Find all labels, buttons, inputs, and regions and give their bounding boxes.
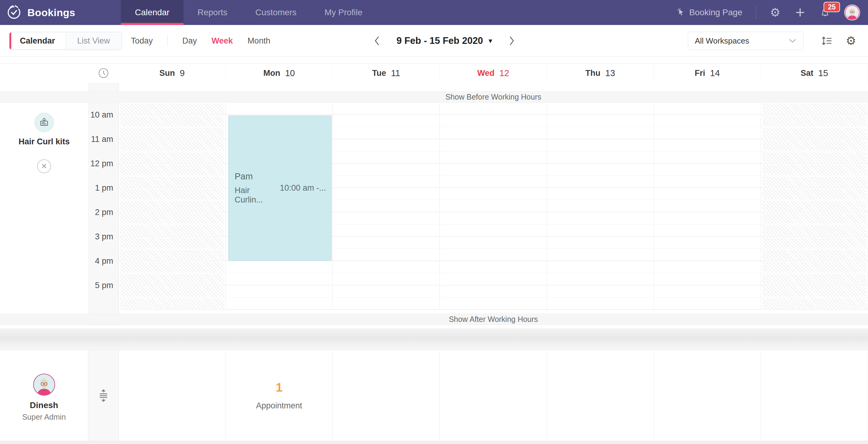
time-slot[interactable]: [440, 139, 547, 151]
time-slot[interactable]: [119, 115, 225, 127]
time-slot[interactable]: [547, 176, 654, 188]
time-slot[interactable]: [761, 212, 868, 225]
time-slot[interactable]: [440, 164, 547, 176]
day-header-mon[interactable]: Mon10: [226, 63, 333, 83]
calendar-settings-gear-icon[interactable]: ⚙: [845, 35, 857, 47]
day-header-tue[interactable]: Tue11: [333, 63, 440, 83]
mode-day[interactable]: Day: [182, 36, 197, 46]
time-slot[interactable]: [226, 298, 333, 310]
time-slot[interactable]: [761, 188, 868, 200]
time-slot[interactable]: [761, 151, 868, 164]
tab-customers[interactable]: Customers: [241, 0, 310, 25]
time-slot[interactable]: [654, 273, 761, 285]
time-slot[interactable]: [333, 139, 439, 151]
time-slot[interactable]: [333, 249, 439, 261]
time-slot[interactable]: [654, 164, 761, 176]
time-slot[interactable]: [547, 188, 654, 200]
brand[interactable]: Bookings: [0, 0, 75, 25]
time-slot[interactable]: [761, 273, 868, 285]
time-slot[interactable]: [226, 273, 333, 285]
time-slot[interactable]: [333, 298, 439, 310]
summary-column-thu[interactable]: [547, 350, 654, 441]
time-slot[interactable]: [333, 212, 439, 225]
user-avatar[interactable]: [844, 5, 860, 21]
time-slot[interactable]: [654, 127, 761, 139]
time-slot[interactable]: [333, 225, 439, 237]
time-slot[interactable]: [654, 188, 761, 200]
time-slot[interactable]: [440, 212, 547, 225]
time-slot[interactable]: [547, 285, 654, 298]
time-slot[interactable]: [226, 285, 333, 298]
day-column-sat[interactable]: [761, 102, 868, 310]
next-week-chevron[interactable]: [505, 35, 518, 47]
time-slot[interactable]: [440, 102, 547, 115]
time-slot[interactable]: [440, 225, 547, 237]
time-slot[interactable]: [547, 139, 654, 151]
day-column-thu[interactable]: [547, 102, 654, 310]
summary-column-wed[interactable]: [440, 350, 547, 441]
settings-gear-icon[interactable]: ⚙: [769, 7, 781, 18]
time-slot[interactable]: [547, 115, 654, 127]
time-slot[interactable]: [761, 249, 868, 261]
panel-resize-handle[interactable]: [88, 350, 119, 441]
time-slot[interactable]: [333, 176, 439, 188]
time-slot[interactable]: [333, 164, 439, 176]
time-slot[interactable]: [654, 212, 761, 225]
date-range-picker[interactable]: 9 Feb - 15 Feb 2020 ▾: [397, 35, 492, 46]
time-slot[interactable]: [333, 237, 439, 249]
time-slot[interactable]: [333, 261, 439, 273]
time-slot[interactable]: [654, 261, 761, 273]
time-slot[interactable]: [547, 237, 654, 249]
time-slot[interactable]: [761, 200, 868, 212]
show-after-working-hours-toggle[interactable]: Show After Working Hours: [0, 314, 868, 325]
time-slot[interactable]: [119, 237, 225, 249]
time-slot[interactable]: [226, 261, 333, 273]
booking-page-button[interactable]: Booking Page: [677, 8, 742, 17]
view-toggle-calendar[interactable]: Calendar: [9, 32, 65, 49]
day-header-fri[interactable]: Fri14: [654, 63, 761, 83]
time-slot[interactable]: [547, 164, 654, 176]
day-header-wed[interactable]: Wed12: [440, 63, 547, 83]
time-slot[interactable]: [440, 298, 547, 310]
time-slot[interactable]: [440, 188, 547, 200]
time-slot[interactable]: [226, 102, 333, 115]
time-slot[interactable]: [440, 249, 547, 261]
view-toggle-list[interactable]: List View: [65, 32, 121, 49]
day-column-sun[interactable]: [119, 102, 226, 310]
time-slot[interactable]: [119, 273, 225, 285]
time-slot[interactable]: [547, 212, 654, 225]
time-slot[interactable]: [333, 102, 439, 115]
time-slot[interactable]: [761, 176, 868, 188]
summary-column-fri[interactable]: [654, 350, 761, 441]
day-column-wed[interactable]: [440, 102, 547, 310]
time-slot[interactable]: [440, 273, 547, 285]
time-slot[interactable]: [654, 237, 761, 249]
time-slot[interactable]: [761, 225, 868, 237]
time-slot[interactable]: [761, 164, 868, 176]
time-slot[interactable]: [440, 285, 547, 298]
time-slot[interactable]: [761, 261, 868, 273]
time-slot[interactable]: [761, 298, 868, 310]
time-slot[interactable]: [654, 139, 761, 151]
time-slot[interactable]: [119, 102, 225, 115]
time-slot[interactable]: [761, 127, 868, 139]
time-slot[interactable]: [654, 298, 761, 310]
time-slot[interactable]: [119, 225, 225, 237]
time-slot[interactable]: [654, 102, 761, 115]
day-column-fri[interactable]: [654, 102, 761, 310]
staff-avatar[interactable]: [33, 374, 55, 395]
row-height-sort-icon[interactable]: [820, 35, 833, 47]
tab-calendar[interactable]: Calendar: [121, 0, 184, 25]
time-slot[interactable]: [119, 200, 225, 212]
remove-service-filter-button[interactable]: ✕: [37, 159, 51, 173]
time-slot[interactable]: [761, 115, 868, 127]
time-slot[interactable]: [654, 285, 761, 298]
time-slot[interactable]: [761, 102, 868, 115]
time-slot[interactable]: [333, 115, 439, 127]
day-column-tue[interactable]: [333, 102, 440, 310]
time-slot[interactable]: [333, 285, 439, 298]
mode-today[interactable]: Today: [131, 36, 153, 46]
summary-column-sun[interactable]: [119, 350, 226, 441]
service-avatar[interactable]: [34, 113, 54, 132]
add-plus-icon[interactable]: +: [794, 7, 806, 18]
